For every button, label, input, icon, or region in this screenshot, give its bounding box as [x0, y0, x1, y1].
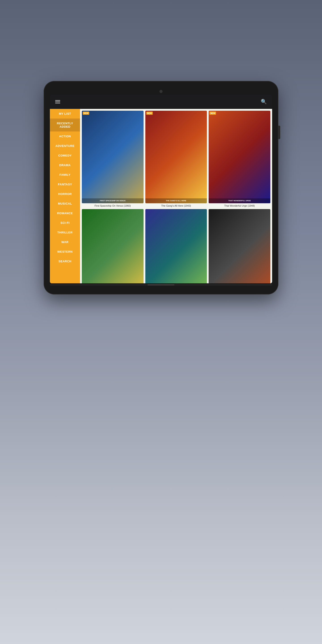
movie-item[interactable]: NEWTHE GANG'S ALL HEREThe Gang's All Her…: [145, 111, 207, 207]
movie-item[interactable]: NEWFIRST SPACESHIP ON VENUSFirst Spacesh…: [82, 111, 144, 207]
app-bar: 🔍: [50, 95, 272, 109]
poster-text: THE GANG'S ALL HERE: [145, 198, 207, 203]
sidebar-item-war[interactable]: WAR: [50, 237, 80, 247]
tablet-camera: [160, 90, 162, 93]
sidebar-item-my-list[interactable]: MY LIST: [50, 109, 80, 118]
sidebar: MY LISTRECENTLY ADDEDACTIONADVENTURECOME…: [50, 109, 80, 283]
movie-grid: NEWFIRST SPACESHIP ON VENUSFirst Spacesh…: [82, 111, 270, 283]
new-badge: NEW: [146, 112, 153, 115]
home-indicator: [148, 284, 174, 285]
tablet-bottom-bar: [50, 284, 272, 286]
movie-item[interactable]: REACH FOR THE SKYReach for the sky (1956…: [82, 209, 144, 283]
sidebar-item-comedy[interactable]: COMEDY: [50, 151, 80, 160]
sidebar-item-horror[interactable]: HORROR: [50, 189, 80, 199]
movie-item[interactable]: GHOSTS ON THE LOOSEGhosts on the Loose (…: [145, 209, 207, 283]
tablet-device: 🔍 MY LISTRECENTLY ADDEDACTIONADVENTURECO…: [44, 81, 278, 294]
main-content[interactable]: NEWFIRST SPACESHIP ON VENUSFirst Spacesh…: [80, 109, 272, 283]
tablet-side-button[interactable]: [278, 126, 280, 139]
sidebar-item-fantasy[interactable]: FANTASY: [50, 180, 80, 189]
sidebar-item-action[interactable]: ACTION: [50, 132, 80, 141]
sidebar-item-musical[interactable]: MUSICAL: [50, 199, 80, 208]
sidebar-item-search[interactable]: SEARCH: [50, 256, 80, 266]
app-content: MY LISTRECENTLY ADDEDACTIONADVENTURECOME…: [50, 109, 272, 283]
movie-poster: MACHINE GUN KELLY: [209, 209, 270, 283]
tablet-outer: 🔍 MY LISTRECENTLY ADDEDACTIONADVENTURECO…: [44, 81, 278, 294]
movie-poster: REACH FOR THE SKY: [82, 209, 144, 283]
search-icon[interactable]: 🔍: [261, 99, 267, 105]
new-badge: NEW: [83, 112, 89, 115]
movie-poster: NEWTHE GANG'S ALL HERE: [145, 111, 207, 203]
sidebar-item-thriller[interactable]: THRILLER: [50, 228, 80, 237]
movie-item[interactable]: NEWTHAT WONDERFUL URGEThat Wonderful Urg…: [209, 111, 270, 207]
sidebar-item-adventure[interactable]: ADVENTURE: [50, 141, 80, 151]
movie-title: First Spaceship On Venus (1960): [82, 204, 144, 207]
poster-text: FIRST SPACESHIP ON VENUS: [82, 198, 144, 203]
poster-text: THAT WONDERFUL URGE: [209, 198, 270, 203]
movie-poster: GHOSTS ON THE LOOSE: [145, 209, 207, 283]
movie-item[interactable]: MACHINE GUN KELLYMachine Gun Kelly (1958…: [209, 209, 270, 283]
menu-icon[interactable]: [55, 100, 60, 103]
sidebar-item-recently-added[interactable]: RECENTLY ADDED: [50, 118, 80, 132]
new-badge: NEW: [210, 112, 216, 115]
movie-title: That Wonderful Urge (1948): [209, 204, 270, 207]
sidebar-item-romance[interactable]: ROMANCE: [50, 208, 80, 218]
sidebar-item-sci-fi[interactable]: SCI-FI: [50, 218, 80, 228]
sidebar-item-family[interactable]: FAMILY: [50, 170, 80, 180]
sidebar-item-western[interactable]: WESTERN: [50, 247, 80, 256]
movie-poster: NEWTHAT WONDERFUL URGE: [209, 111, 270, 203]
movie-poster: NEWFIRST SPACESHIP ON VENUS: [82, 111, 144, 203]
hero-section: [139, 0, 183, 76]
sidebar-item-drama[interactable]: DRAMA: [50, 160, 80, 170]
movie-title: The Gang's All Here (1943): [145, 204, 207, 207]
tablet-screen: 🔍 MY LISTRECENTLY ADDEDACTIONADVENTURECO…: [50, 95, 272, 283]
